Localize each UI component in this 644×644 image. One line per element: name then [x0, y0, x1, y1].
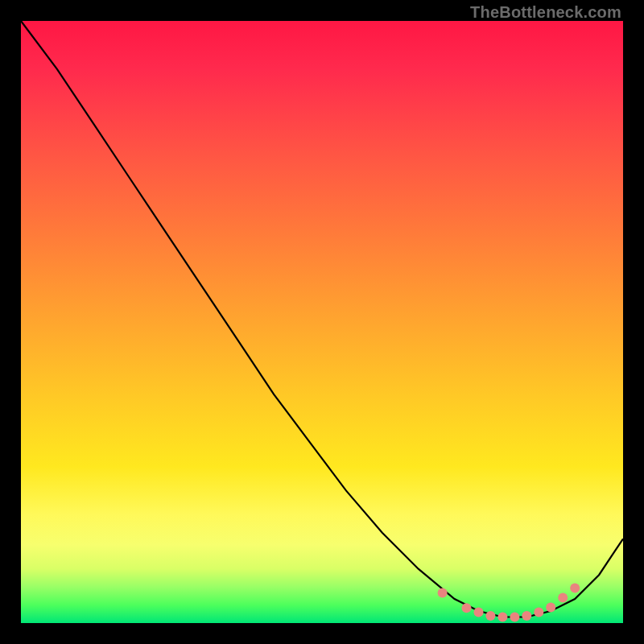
watermark-text: TheBottleneck.com	[470, 3, 621, 22]
curve-marker	[558, 593, 568, 603]
marker-group	[438, 584, 580, 622]
curve-marker	[462, 603, 472, 613]
curve-marker	[497, 613, 507, 622]
curve-marker	[522, 611, 531, 621]
chart-frame: TheBottleneck.com	[0, 0, 644, 644]
curve-marker	[546, 603, 555, 613]
plot-area	[21, 21, 623, 623]
curve-marker	[485, 611, 495, 621]
curve-marker	[438, 588, 448, 598]
curve-marker	[474, 608, 484, 617]
curve-svg	[21, 21, 623, 623]
curve-marker	[570, 584, 580, 593]
bottleneck-curve	[21, 21, 623, 617]
curve-marker	[510, 613, 519, 622]
curve-marker	[534, 608, 543, 617]
